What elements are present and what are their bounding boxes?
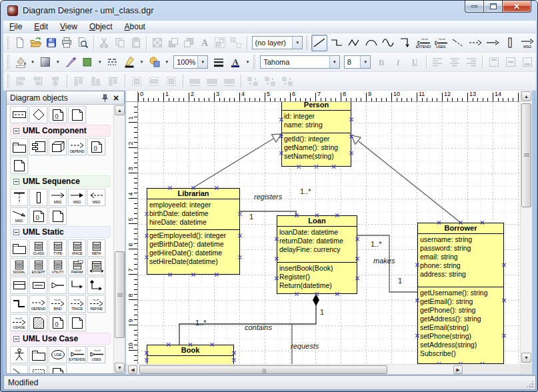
toolbar-rF-button[interactable]: [163, 73, 179, 89]
diagram-canvas[interactable]: Personid: integername: stringgetId(): in…: [138, 102, 520, 364]
toolbar-rG-button[interactable]: [204, 73, 220, 89]
palette-stereoarrow-usage[interactable]: «x-x»USAGE: [10, 314, 28, 331]
toolbar-tzigzag-button[interactable]: [346, 35, 362, 51]
palette-dasharrow-depend[interactable]: DEPEND: [29, 295, 47, 313]
toolbar-dashstyle-button[interactable]: [105, 54, 120, 71]
toolbar-rB-button[interactable]: [30, 73, 46, 89]
combo-arrow-icon[interactable]: ▾: [329, 56, 339, 68]
palette-stereoarrow-bind[interactable]: «x-x»BIND: [49, 295, 67, 313]
dropdown-arrow-icon[interactable]: ▾: [96, 54, 104, 71]
scroll-down-icon[interactable]: ▼: [115, 363, 125, 373]
palette-note[interactable]: [10, 157, 28, 174]
palette-bracenote[interactable]: {}: [49, 106, 67, 123]
class-book[interactable]: Book: [147, 345, 234, 364]
menu-about[interactable]: About: [119, 21, 151, 33]
palette-section-uml-static[interactable]: UML Static: [10, 226, 111, 238]
canvas-vertical-scrollbar[interactable]: ▲ ▼: [520, 91, 532, 364]
toolbar-tangle-button[interactable]: [398, 35, 414, 51]
toolbar-rG-button[interactable]: [187, 73, 203, 89]
palette-note[interactable]: [49, 365, 67, 373]
toolbar-grip[interactable]: [306, 36, 308, 50]
scroll-up-icon[interactable]: ▲: [115, 105, 125, 115]
scroll-down-icon[interactable]: ▼: [521, 353, 531, 363]
toolbar-vaT-button[interactable]: [486, 54, 501, 71]
canvas-vscrollbar-thumb[interactable]: [521, 103, 531, 207]
palette-classbox-type[interactable]: TYPE: [49, 239, 67, 257]
panel-close-icon[interactable]: ×: [111, 93, 121, 103]
toolbar-rE-button[interactable]: [88, 73, 104, 89]
toolbar-tdasharrow-button[interactable]: [467, 35, 483, 51]
palette-hatchnote[interactable]: [29, 314, 47, 331]
class-borrower[interactable]: Borrowerusername: stringpassword: string…: [417, 223, 504, 364]
diagram-label[interactable]: 1..*: [300, 187, 311, 195]
palette-note[interactable]: [49, 207, 67, 225]
toolbar-tdiag-button[interactable]: [450, 35, 466, 51]
dropdown-arrow-icon[interactable]: ▾: [163, 54, 171, 71]
palette-lifeline[interactable]: [10, 189, 28, 206]
diagram-label[interactable]: registers: [254, 193, 282, 201]
menu-view[interactable]: View: [54, 21, 83, 33]
palette-note[interactable]: [68, 314, 86, 331]
diagram-label[interactable]: 1: [398, 277, 402, 285]
layer-combobox[interactable]: (no layer)▾: [252, 36, 303, 49]
collapse-icon[interactable]: [13, 229, 19, 235]
toolbar-grip[interactable]: [7, 74, 9, 88]
toolbar-textend-button[interactable]: «x-x»EXTEND!: [415, 34, 431, 52]
palette-folder[interactable]: [29, 346, 47, 363]
palette-classbox-except[interactable]: EXCEPT: [29, 258, 47, 275]
toolbar-greensq-button[interactable]: [80, 54, 95, 71]
size-combobox[interactable]: 8▾: [344, 55, 371, 69]
combo-arrow-icon[interactable]: ▾: [197, 56, 207, 68]
canvas-hscrollbar-thumb[interactable]: [139, 365, 387, 374]
toolbar-rH-button[interactable]: [245, 73, 261, 89]
palette-classbox-utility[interactable]: UTILITY: [49, 258, 67, 275]
menu-file[interactable]: File: [3, 21, 28, 33]
toolbar-image-button[interactable]: [150, 35, 165, 51]
palette-classbox-meta[interactable]: META: [87, 239, 105, 257]
palette-classbox-class[interactable]: CLASS: [29, 239, 47, 257]
toolbar-rH-button[interactable]: [279, 73, 295, 89]
resize-grip[interactable]: [526, 380, 534, 388]
toolbar-vaB-button[interactable]: [520, 54, 535, 71]
palette-msgopen-msg[interactable]: MSG: [49, 189, 67, 206]
pin-icon[interactable]: [100, 93, 109, 103]
palette-bracenote[interactable]: {}: [49, 314, 67, 331]
palette-twobox[interactable]: [10, 277, 28, 294]
palette-parambox-param[interactable]: PARAM: [68, 258, 86, 275]
palette-diamond[interactable]: [29, 106, 47, 123]
palette-dasharrow-depend[interactable]: DEPEND: [68, 138, 86, 155]
palette-scrollbar-thumb[interactable]: [115, 251, 125, 338]
menu-object[interactable]: Object: [83, 21, 119, 33]
toolbar-tarc-button[interactable]: [363, 35, 379, 51]
palette-section-uml-sequence[interactable]: UML Sequence: [10, 175, 111, 187]
toolbar-grip[interactable]: [7, 36, 9, 50]
palette-folder[interactable]: [10, 239, 28, 257]
toolbar-alR-button[interactable]: [463, 54, 479, 71]
toolbar-layerdown-button[interactable]: [166, 35, 181, 51]
toolbar-open-button[interactable]: [28, 35, 43, 51]
palette-dotbox[interactable]: [29, 365, 47, 373]
toolbar-twave-button[interactable]: [381, 35, 397, 51]
zoom-combobox[interactable]: 100%▾: [173, 55, 208, 69]
palette-labelbox[interactable]: [10, 106, 28, 123]
diagram-label[interactable]: 1..*: [195, 319, 207, 327]
palette-genarrow[interactable]: [49, 277, 67, 294]
dropdown-arrow-icon[interactable]: ▾: [54, 54, 62, 71]
palette-actor[interactable]: [10, 346, 28, 363]
dropdown-arrow-icon[interactable]: ▾: [138, 54, 146, 71]
diagram-label[interactable]: 1: [320, 308, 324, 316]
palette-bracenote[interactable]: {}: [87, 138, 105, 155]
palette-section-uml-component[interactable]: UML Component: [10, 125, 111, 137]
diagram-label[interactable]: contains: [245, 323, 272, 331]
font-combobox[interactable]: Tahoma▾: [260, 55, 340, 69]
palette-diamondarrow[interactable]: [87, 277, 105, 294]
class-loan[interactable]: LoanloanDate: datetimereturnDate: dateti…: [277, 215, 357, 294]
toolbar-rD-button[interactable]: [105, 73, 121, 89]
toolbar-save-button[interactable]: [44, 35, 59, 51]
toolbar-cut-button[interactable]: [97, 35, 112, 51]
collapse-icon[interactable]: [13, 179, 19, 185]
palette-stepline[interactable]: [10, 295, 28, 313]
toolbar-tarrow-button[interactable]: [485, 35, 501, 51]
palette-msgreturn-msg[interactable]: MSG: [87, 189, 105, 206]
palette-diagline[interactable]: [10, 365, 28, 373]
